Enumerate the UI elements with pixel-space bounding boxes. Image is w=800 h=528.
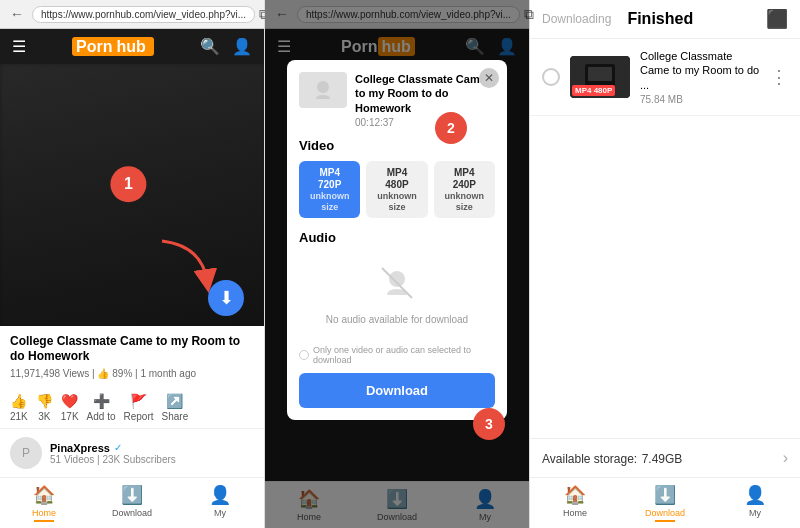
svg-rect-5 (588, 67, 612, 81)
audio-icon-svg (377, 263, 417, 303)
annotation-badge-1: 1 (110, 166, 146, 202)
report-label-1: Report (124, 411, 154, 422)
dialog-thumbnail (299, 72, 347, 108)
report-button-1[interactable]: 🚩 Report (124, 393, 154, 422)
download-underline-3 (655, 520, 675, 522)
home-icon-1: 🏠 (33, 484, 55, 506)
panel2-browser: ← https://www.pornhub.com/view_video.php… (265, 0, 530, 528)
nav-download-3[interactable]: ⬇️ Download (620, 484, 710, 522)
nav-download-1[interactable]: ⬇️ Download (88, 484, 176, 522)
ph-header-1: ☰ Pornhub 🔍 👤 (0, 29, 264, 64)
home-label-3: Home (563, 508, 587, 518)
hamburger-menu-1[interactable]: ☰ (12, 37, 26, 56)
dislike-icon-1: 👎 (36, 393, 53, 409)
my-label-3: My (749, 508, 761, 518)
item-size: 75.84 MB (640, 94, 760, 105)
download-icon-3: ⬇️ (654, 484, 676, 506)
ph-logo-hub-1: hub (113, 37, 150, 56)
nav-my-1[interactable]: 👤 My (176, 484, 264, 522)
download-button[interactable]: Download (299, 373, 495, 408)
storage-section[interactable]: Available storage: 7.49GB › (530, 438, 800, 477)
download-icon-1: ⬇️ (121, 484, 143, 506)
no-audio-text: No audio available for download (326, 314, 468, 325)
channel-avatar-1: P (10, 437, 42, 469)
dialog-title-area: College Classmate Came to my Room to do … (355, 72, 495, 128)
no-audio-area: No audio available for download (299, 253, 495, 335)
video-meta-1: 11,971,498 Views | 👍 89% | 1 month ago (10, 368, 254, 379)
my-label-1: My (214, 508, 226, 518)
tab-finished[interactable]: Finished (627, 10, 693, 28)
like-count-1: 21K (10, 411, 28, 422)
quality-240p-button[interactable]: MP4 240P unknown size (434, 161, 495, 219)
content-spacer (530, 116, 800, 438)
quality-480p-size: unknown size (376, 191, 417, 213)
dislike-button-1[interactable]: 👎 3K (36, 393, 53, 422)
favorite-button-1[interactable]: ❤️ 17K (61, 393, 79, 422)
panel3-action-icon[interactable]: ⬛ (766, 8, 788, 30)
header-tabs: Downloading Finished (542, 10, 693, 28)
download-label-1: Download (112, 508, 152, 518)
url-bar-1[interactable]: https://www.pornhub.com/view_video.php?v… (32, 6, 255, 23)
channel-details-1: PinaXpress ✓ 51 Videos | 23K Subscribers (50, 442, 176, 465)
nav-home-3[interactable]: 🏠 Home (530, 484, 620, 522)
home-label-1: Home (32, 508, 56, 518)
dialog-header: College Classmate Came to my Room to do … (299, 72, 495, 128)
dialog-overlay: ✕ College Classmate Came to my Room to d… (265, 0, 529, 528)
item-more-button[interactable]: ⋮ (770, 66, 788, 88)
bottom-nav-1: 🏠 Home ⬇️ Download 👤 My (0, 477, 264, 528)
storage-arrow-icon: › (783, 449, 788, 467)
download-list-item: MP4 480P College Classmate Came to my Ro… (530, 39, 800, 116)
item-quality-badge: MP4 480P (572, 85, 615, 96)
dialog-audio-section-label: Audio (299, 230, 495, 245)
video-player-1[interactable]: 1 ⬇ (0, 64, 264, 326)
quality-options: MP4 720P unknown size MP4 480P unknown s… (299, 161, 495, 219)
my-icon-3: 👤 (744, 484, 766, 506)
favorite-count-1: 17K (61, 411, 79, 422)
dialog-duration: 00:12:37 (355, 117, 495, 128)
search-icon-1[interactable]: 🔍 (200, 37, 220, 56)
user-icon-1[interactable]: 👤 (232, 37, 252, 56)
browser-bar-1: ← https://www.pornhub.com/view_video.php… (0, 0, 264, 29)
dialog-video-section-label: Video (299, 138, 495, 153)
annotation-badge-3: 3 (473, 408, 505, 440)
dialog-video-title: College Classmate Came to my Room to do … (355, 72, 495, 115)
download-btn-label: Download (366, 383, 428, 398)
quality-720p-label: MP4 720P (309, 167, 350, 191)
like-button-1[interactable]: 👍 21K (10, 393, 28, 422)
item-title: College Classmate Came to my Room to do … (640, 49, 760, 92)
annotation-badge-2: 2 (435, 112, 467, 144)
url-text-1: https://www.pornhub.com/view_video.php?v… (41, 9, 246, 20)
svg-point-2 (389, 271, 405, 287)
like-icon-1: 👍 (10, 393, 27, 409)
heart-icon-1: ❤️ (61, 393, 78, 409)
nav-home-1[interactable]: 🏠 Home (0, 484, 88, 522)
back-button-1[interactable]: ← (6, 4, 28, 24)
video-actions-1: 👍 21K 👎 3K ❤️ 17K ➕ Add to 🚩 Report ↗️ S… (0, 387, 264, 429)
quality-240p-label: MP4 240P (444, 167, 485, 191)
dialog-close-button[interactable]: ✕ (479, 68, 499, 88)
home-icon-3: 🏠 (564, 484, 586, 506)
only-one-note: Only one video or audio can selected to … (299, 345, 495, 365)
storage-value: 7.49GB (642, 452, 683, 466)
video-info-section-1: College Classmate Came to my Room to do … (0, 326, 264, 387)
panel3-download-manager: Downloading Finished ⬛ MP4 480P College … (530, 0, 800, 528)
storage-info: Available storage: 7.49GB (542, 449, 682, 467)
thumb-icon (308, 75, 338, 105)
dislike-count-1: 3K (38, 411, 50, 422)
item-select-radio[interactable] (542, 68, 560, 86)
download-float-button-1[interactable]: ⬇ (208, 280, 244, 316)
quality-720p-button[interactable]: MP4 720P unknown size (299, 161, 360, 219)
quality-720p-size: unknown size (309, 191, 350, 213)
quality-480p-label: MP4 480P (376, 167, 417, 191)
my-icon-1: 👤 (209, 484, 231, 506)
nav-my-3[interactable]: 👤 My (710, 484, 800, 522)
channel-info-1: P PinaXpress ✓ 51 Videos | 23K Subscribe… (0, 429, 264, 477)
tab-downloading[interactable]: Downloading (542, 12, 611, 26)
dialog-audio-section: Audio No audio available for download (299, 230, 495, 335)
add-to-button-1[interactable]: ➕ Add to (87, 393, 116, 422)
share-label-1: Share (162, 411, 189, 422)
quality-480p-button[interactable]: MP4 480P unknown size (366, 161, 427, 219)
svg-point-1 (317, 81, 329, 93)
share-button-1[interactable]: ↗️ Share (162, 393, 189, 422)
download-dialog: ✕ College Classmate Came to my Room to d… (287, 60, 507, 420)
